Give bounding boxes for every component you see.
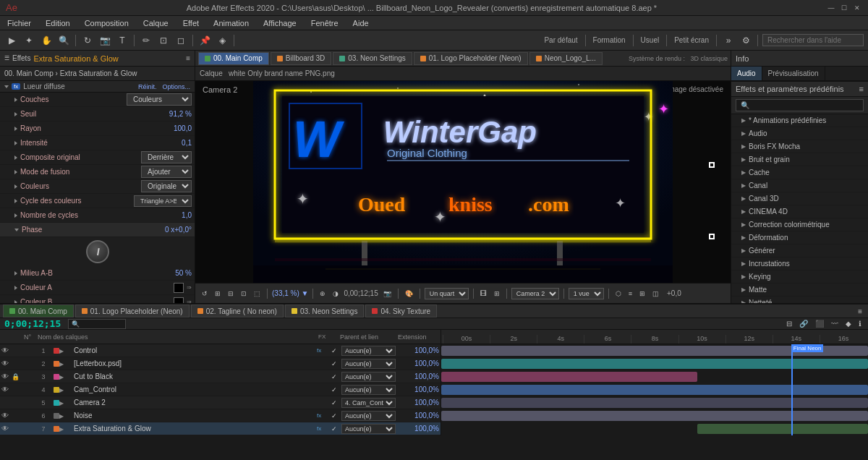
couleur-a-expand[interactable] — [14, 286, 17, 290]
tl-tab-tagline[interactable]: 02. Tagline ( No neon) — [191, 304, 284, 318]
preset-canal[interactable]: ▶ Canal — [731, 179, 868, 192]
l4-expand[interactable]: ▶ — [59, 386, 74, 393]
tool-brush[interactable]: ✏ — [139, 33, 153, 48]
l7-parent[interactable]: Aucun(e) — [341, 424, 399, 434]
preset-generer[interactable]: ▶ Générer — [731, 244, 868, 257]
lueur-reinit[interactable]: Réinit. — [138, 83, 157, 90]
tool-shape[interactable]: ◈ — [215, 33, 229, 48]
fusion-expand[interactable] — [14, 170, 17, 174]
playhead[interactable]: Final Neon — [791, 344, 793, 435]
safe-zones-btn[interactable]: ⊟ — [226, 289, 236, 298]
layer-row-7[interactable]: 👁 7 ▶ Extra Saturation & Glow fx ✓ Aucun… — [0, 422, 441, 435]
stereo-btn[interactable]: ⊞ — [492, 289, 502, 298]
l7-parent-select[interactable]: Aucun(e) — [341, 424, 396, 434]
preset-correction[interactable]: ▶ Correction colorimétrique — [731, 218, 868, 231]
couches-dropdown[interactable]: Couleurs — [127, 93, 192, 106]
nbcycles-value[interactable]: 1,0 — [182, 211, 192, 219]
l1-expand[interactable]: ▶ — [59, 346, 74, 354]
camera-dropdown[interactable]: Camera 2 — [511, 288, 559, 299]
milieu-value[interactable]: 50 % — [175, 269, 192, 277]
tl-graph-btn[interactable]: 〰 — [829, 319, 841, 328]
quality-dropdown[interactable]: Un quart — [425, 288, 469, 299]
menu-calque[interactable]: Calque — [140, 17, 171, 29]
motion-blur-btn[interactable]: ◫ — [650, 289, 661, 298]
preset-nettete[interactable]: ▶ Netteté — [731, 297, 868, 303]
close-button[interactable]: ✕ — [852, 3, 862, 13]
composition-viewport[interactable]: Camera 2 Accélération d'affichage désact… — [195, 81, 731, 283]
comp-tab-neonlogo[interactable]: Neon_Logo_L... — [529, 52, 603, 65]
seuil-value[interactable]: 91,2 % — [169, 110, 192, 118]
preset-boris[interactable]: ▶ Boris FX Mocha — [731, 140, 868, 153]
composite-expand[interactable] — [14, 156, 17, 160]
comp-tab-main[interactable]: 00. Main Comp — [198, 52, 269, 65]
couleurs-expand[interactable] — [14, 184, 17, 189]
layer-row-2[interactable]: 👁 2 ▶ [Letterbox.psd] ✓ Aucun(e) 100,0% — [0, 357, 441, 370]
couches-expand[interactable] — [14, 98, 17, 102]
snapshot-btn[interactable]: 📷 — [381, 289, 393, 298]
presets-menu[interactable]: ≡ — [859, 85, 864, 93]
couleurs-dropdown[interactable]: Originales — [141, 180, 192, 192]
l3-lock[interactable]: 🔒 — [12, 372, 19, 380]
l4-parent[interactable]: Aucun(e) — [341, 385, 399, 395]
audio-tab[interactable]: Audio — [731, 67, 762, 80]
menu-aide[interactable]: Aide — [350, 17, 372, 29]
menu-fenetre[interactable]: Fenêtre — [308, 17, 341, 29]
workspace-more[interactable]: » — [721, 33, 736, 48]
l6-parent[interactable]: Aucun(e) — [341, 411, 399, 421]
phase-row[interactable]: Phase 0 x+0,0° — [0, 223, 195, 237]
tool-camera[interactable]: 📷 — [98, 33, 112, 48]
fps-btn[interactable]: 🎞 — [478, 289, 489, 298]
l2-parent[interactable]: Aucun(e) — [341, 359, 399, 369]
workspace-settings[interactable]: ⚙ — [739, 33, 753, 48]
cycle-expand[interactable] — [14, 199, 17, 203]
views-dropdown[interactable]: 1 vue — [569, 288, 604, 299]
view-options-btn[interactable]: ≡ — [626, 289, 634, 298]
comp-tab-neon[interactable]: 03. Neon Settings — [333, 52, 412, 65]
seuil-expand[interactable] — [14, 112, 17, 116]
tl-tab-main[interactable]: 00. Main Comp — [3, 304, 74, 318]
nbcycles-expand[interactable] — [14, 213, 17, 218]
l2-parent-select[interactable]: Aucun(e) — [341, 359, 396, 369]
exposure-btn[interactable]: ◑ — [331, 289, 341, 298]
l3-parent-select[interactable]: Aucun(e) — [341, 372, 396, 382]
tl-info-btn[interactable]: ℹ — [856, 319, 864, 328]
layer-row-4[interactable]: 👁 4 ▶ Cam_Control ✓ Aucun(e) 100,0% — [0, 383, 441, 396]
tl-menu[interactable]: ≡ — [855, 307, 865, 315]
l2-expand[interactable]: ▶ — [59, 359, 74, 367]
rayon-value[interactable]: 100,0 — [174, 124, 192, 132]
l3-expand[interactable]: ▶ — [59, 372, 74, 380]
tl-tab-neon[interactable]: 03. Neon Settings — [285, 304, 365, 318]
phase-dial[interactable] — [86, 240, 109, 263]
intensite-expand[interactable] — [14, 141, 17, 145]
layer-row-1[interactable]: 👁 1 ▶ Control fx ✓ Aucun(e) 100,0% — [0, 344, 441, 357]
tool-pen[interactable]: ✦ — [22, 33, 36, 48]
tool-hand[interactable]: ✋ — [39, 33, 54, 48]
preset-animations[interactable]: ▶ * Animations prédéfinies — [731, 114, 868, 127]
l3-eye[interactable]: 👁 — [1, 372, 12, 380]
preset-canal3d[interactable]: ▶ Canal 3D — [731, 192, 868, 205]
l6-eye[interactable]: 👁 — [1, 412, 12, 419]
couleur-b-expand[interactable] — [14, 300, 17, 304]
comp-tab-logo[interactable]: 01. Logo Placeholder (Neon) — [414, 52, 528, 65]
layer-row-6[interactable]: 👁 6 ▶ Noise fx ✓ Aucun(e) 100,0% — [0, 409, 441, 422]
preset-cache[interactable]: ▶ Cache — [731, 166, 868, 179]
minimize-button[interactable]: — — [826, 3, 836, 13]
time-search[interactable] — [68, 319, 126, 329]
tool-eraser[interactable]: ◻ — [174, 33, 188, 48]
milieu-expand[interactable] — [14, 271, 17, 276]
grid-btn[interactable]: ⊞ — [213, 289, 223, 298]
layer-row-3[interactable]: 👁 🔒 3 ▶ Cut to Black ✓ Aucun(e) 100,0% — [0, 370, 441, 383]
time-display[interactable]: 0;00;12;15 — [4, 318, 61, 329]
preset-bruit[interactable]: ▶ Bruit et grain — [731, 153, 868, 166]
panel-menu-icon[interactable]: ≡ — [186, 54, 190, 62]
lueur-options[interactable]: Options... — [162, 83, 190, 90]
tl-keyframe-btn[interactable]: ◆ — [843, 319, 854, 328]
zoom-display[interactable]: (33,1 %) ▼ — [272, 289, 308, 297]
layer-row-5[interactable]: 5 ▶ Camera 2 ✓ 4. Cam_Contr... 100,0% — [0, 396, 441, 409]
tl-tab-logo[interactable]: 01. Logo Placeholder (Neon) — [75, 304, 190, 318]
preset-cinema4d[interactable]: ▶ CINEMA 4D — [731, 205, 868, 218]
pixel-ratio-btn[interactable]: ⊞ — [637, 289, 647, 298]
composite-dropdown[interactable]: Derrière — [141, 151, 192, 163]
l7-expand[interactable]: ▶ — [59, 425, 74, 433]
tool-text[interactable]: T — [115, 33, 129, 48]
